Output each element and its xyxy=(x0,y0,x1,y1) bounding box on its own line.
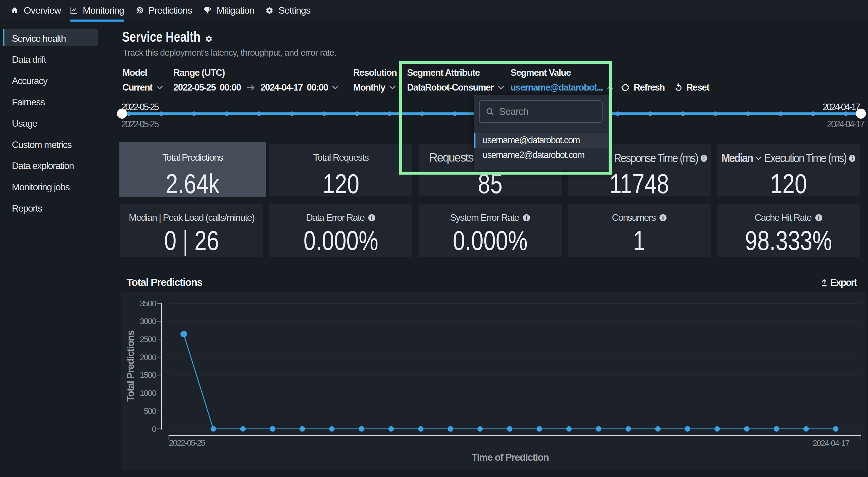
svg-text:500: 500 xyxy=(144,407,156,416)
svg-text:1000: 1000 xyxy=(140,388,156,398)
svg-text:2500: 2500 xyxy=(140,335,156,344)
svg-text:Time of Prediction: Time of Prediction xyxy=(472,452,549,463)
svg-text:3000: 3000 xyxy=(140,317,156,326)
svg-text:2000: 2000 xyxy=(140,353,156,362)
svg-text:0: 0 xyxy=(152,424,156,434)
svg-text:3500: 3500 xyxy=(140,299,156,308)
svg-text:Total Predictions: Total Predictions xyxy=(125,331,136,402)
svg-text:1500: 1500 xyxy=(140,371,156,380)
svg-text:2024-04-17: 2024-04-17 xyxy=(813,439,849,448)
svg-text:2022-05-25: 2022-05-25 xyxy=(169,438,205,447)
